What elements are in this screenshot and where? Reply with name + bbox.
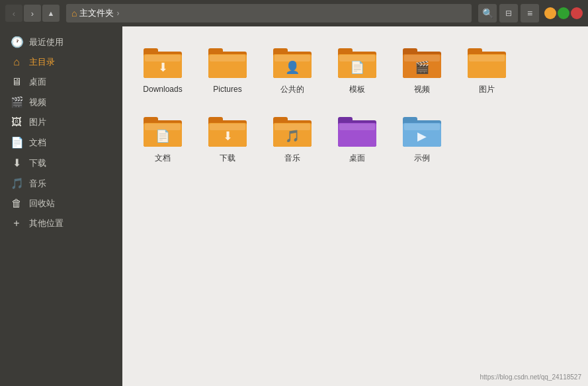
file-label-downloads: Downloads [143, 85, 182, 95]
file-item-videos[interactable]: 🎬 视频 [392, 37, 452, 100]
file-item-templates[interactable]: 📄 模板 [327, 37, 387, 100]
file-label-pictures: Pictures [213, 85, 241, 95]
sidebar-item-video[interactable]: 🎬 视频 [0, 92, 122, 112]
svg-rect-27 [469, 55, 505, 61]
svg-rect-8 [210, 55, 245, 61]
sidebar-icon-documents: 📄 [11, 136, 22, 149]
svg-text:▶: ▶ [417, 130, 427, 143]
file-label-public: 公共的 [280, 85, 304, 95]
svg-rect-39 [273, 117, 288, 123]
sidebar-label-pictures: 图片 [29, 116, 46, 128]
file-icon-images [467, 42, 507, 82]
sidebar-icon-music: 🎵 [11, 177, 22, 190]
nav-back-button[interactable]: ‹ [5, 5, 22, 22]
home-icon: ⌂ [71, 8, 77, 19]
file-icon-documents: 📄 [143, 111, 183, 151]
sidebar-label-downloads: 下载 [29, 157, 46, 169]
sidebar-item-documents[interactable]: 📄 文档 [0, 132, 122, 153]
titlebar: ‹ › ▲ ⌂ 主文件夹 › 🔍 ⊟ ≡ [0, 0, 588, 26]
file-item-documents[interactable]: 📄 文档 [133, 106, 192, 169]
sidebar-icon-desktop: 🖥 [11, 76, 22, 88]
svg-text:📄: 📄 [155, 129, 171, 143]
nav-buttons: ‹ › ▲ [5, 5, 60, 22]
sidebar-label-recent: 最近使用 [29, 36, 63, 48]
sidebar-label-home: 主目录 [29, 56, 55, 68]
file-item-public[interactable]: 👤 公共的 [263, 37, 322, 100]
file-icon-pictures [208, 42, 247, 82]
sidebar-item-downloads[interactable]: ⬇ 下载 [0, 153, 122, 173]
sidebar-item-home[interactable]: ⌂ 主目录 [0, 52, 122, 72]
breadcrumb-title: 主文件夹 [79, 7, 114, 19]
file-item-example[interactable]: ▶ 示例 [392, 106, 452, 169]
file-label-example: 示例 [414, 153, 430, 164]
file-content: ⬇ Downloads Pictures [122, 26, 588, 386]
file-item-xiazai[interactable]: ⬇ 下载 [198, 106, 257, 169]
svg-text:🎬: 🎬 [415, 60, 430, 75]
file-label-templates: 模板 [349, 85, 365, 95]
file-icon-downloads: ⬇ [143, 42, 183, 82]
file-label-music: 音乐 [284, 153, 300, 164]
svg-rect-34 [208, 117, 223, 123]
file-item-downloads[interactable]: ⬇ Downloads [133, 37, 192, 100]
sidebar-label-music: 音乐 [29, 178, 46, 190]
minimize-button[interactable] [544, 7, 556, 19]
svg-rect-10 [273, 48, 288, 54]
file-item-images[interactable]: 图片 [457, 37, 517, 100]
nav-parent-button[interactable]: ▲ [42, 5, 60, 22]
close-button[interactable] [571, 7, 583, 19]
sidebar-icon-video: 🎬 [11, 96, 22, 108]
file-grid: ⬇ Downloads Pictures [133, 37, 577, 169]
nav-forward-button[interactable]: › [24, 5, 41, 22]
svg-rect-25 [468, 48, 482, 54]
sidebar-item-desktop[interactable]: 🖥 桌面 [0, 72, 122, 92]
file-item-pictures[interactable]: Pictures [198, 37, 257, 100]
sidebar-item-music[interactable]: 🎵 音乐 [0, 173, 122, 194]
file-icon-desktop [337, 111, 377, 151]
svg-rect-15 [338, 48, 353, 54]
sidebar-icon-trash: 🗑 [11, 198, 22, 210]
svg-text:🎵: 🎵 [285, 129, 300, 143]
svg-rect-29 [144, 117, 158, 123]
file-label-xiazai: 下载 [220, 153, 235, 164]
sidebar-label-other: 其他位置 [29, 217, 63, 229]
maximize-button[interactable] [558, 7, 569, 19]
sidebar: 🕐 最近使用 ⌂ 主目录 🖥 桌面 🎬 视频 🖼 图片 📄 文档 ⬇ 下载 🎵 … [0, 26, 122, 386]
file-icon-templates: 📄 [337, 42, 377, 82]
svg-rect-46 [339, 124, 375, 130]
sidebar-icon-pictures: 🖼 [11, 116, 22, 128]
svg-rect-48 [403, 117, 417, 123]
svg-rect-6 [208, 48, 223, 54]
file-icon-music: 🎵 [273, 111, 312, 151]
window-controls [544, 7, 583, 19]
svg-text:👤: 👤 [285, 60, 300, 75]
file-icon-public: 👤 [273, 42, 312, 82]
svg-text:📄: 📄 [350, 60, 365, 75]
file-item-desktop[interactable]: 桌面 [327, 106, 387, 169]
sidebar-item-recent[interactable]: 🕐 最近使用 [0, 32, 122, 52]
file-label-documents: 文档 [155, 153, 171, 164]
file-icon-example: ▶ [402, 111, 442, 151]
sidebar-icon-recent: 🕐 [11, 36, 22, 48]
toolbar-actions: 🔍 ⊟ ≡ [478, 4, 539, 22]
svg-rect-44 [338, 117, 353, 123]
file-item-music[interactable]: 🎵 音乐 [263, 106, 322, 169]
file-icon-xiazai: ⬇ [208, 111, 247, 151]
breadcrumb: ⌂ 主文件夹 › [66, 4, 472, 22]
view-toggle-button[interactable]: ⊟ [499, 4, 518, 22]
sidebar-item-pictures[interactable]: 🖼 图片 [0, 112, 122, 132]
sidebar-label-video: 视频 [29, 96, 46, 108]
sidebar-icon-home: ⌂ [11, 56, 22, 68]
menu-button[interactable]: ≡ [521, 4, 539, 22]
svg-rect-1 [144, 48, 158, 54]
breadcrumb-arrow-icon: › [116, 9, 119, 18]
sidebar-label-desktop: 桌面 [29, 76, 46, 88]
search-button[interactable]: 🔍 [478, 4, 497, 22]
sidebar-icon-other: + [11, 217, 22, 229]
svg-text:⬇: ⬇ [223, 130, 233, 143]
sidebar-item-trash[interactable]: 🗑 回收站 [0, 194, 122, 213]
sidebar-item-other[interactable]: + 其他位置 [0, 213, 122, 233]
file-icon-videos: 🎬 [402, 42, 442, 82]
file-label-videos: 视频 [414, 85, 430, 95]
svg-rect-20 [403, 48, 417, 54]
main-area: 🕐 最近使用 ⌂ 主目录 🖥 桌面 🎬 视频 🖼 图片 📄 文档 ⬇ 下载 🎵 … [0, 26, 588, 386]
